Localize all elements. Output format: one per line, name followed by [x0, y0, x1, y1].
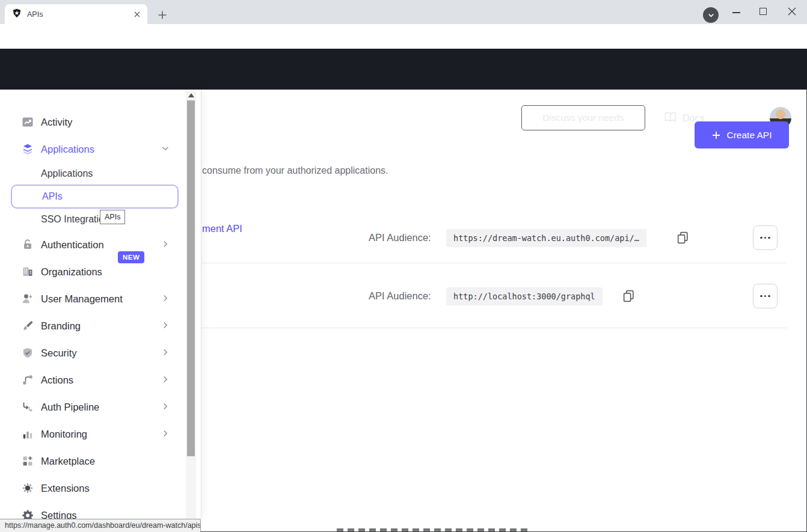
marketplace-blocks-icon — [22, 455, 34, 467]
sidebar-item-actions[interactable]: Actions — [0, 367, 186, 393]
plus-icon — [712, 131, 720, 139]
media-controls-button[interactable] — [703, 7, 719, 23]
row-actions-kebab-button[interactable] — [753, 225, 778, 250]
api-audience-value[interactable]: https://dream-watch.eu.auth0.com/api/… — [446, 229, 646, 247]
sidebar-item-applications-sub[interactable]: Applications — [0, 163, 186, 185]
auth0-favicon-icon — [12, 8, 22, 20]
sidebar-item-apis[interactable]: APIs — [11, 185, 179, 209]
copy-icon[interactable] — [622, 289, 636, 304]
browser-tab[interactable]: APIs — [5, 4, 147, 24]
browser-window: APIs manage.auth — [0, 0, 807, 532]
sidebar-item-monitoring[interactable]: Monitoring — [0, 421, 186, 447]
actions-flow-icon — [22, 374, 34, 386]
new-tab-button[interactable] — [157, 10, 168, 20]
sidebar-item-applications[interactable]: Applications — [0, 136, 186, 162]
tab-close-icon[interactable] — [132, 9, 143, 20]
app-header: dream-watch Discuss your needs Docs — [0, 49, 807, 90]
gear-icon — [22, 509, 34, 519]
lock-icon — [22, 239, 34, 251]
chevron-right-icon — [160, 320, 171, 333]
activity-icon — [22, 116, 34, 128]
row-divider — [200, 263, 787, 263]
sidebar-item-extensions[interactable]: Extensions — [0, 475, 186, 501]
discuss-your-needs-button[interactable]: Discuss your needs — [521, 105, 645, 130]
sidebar-item-marketplace[interactable]: Marketplace — [0, 448, 186, 474]
api-audience-label: API Audience: — [369, 232, 431, 243]
organizations-building-icon — [22, 266, 34, 278]
search-icon[interactable] — [490, 111, 503, 126]
sidebar-item-settings[interactable]: Settings — [0, 502, 186, 519]
clipped-text-fragment — [337, 528, 529, 531]
tab-title: APIs — [27, 10, 132, 19]
sidebar-item-organizations[interactable]: Organizations NEW — [0, 258, 186, 285]
chevron-right-icon — [160, 374, 171, 387]
chevron-right-icon — [160, 428, 171, 441]
chevron-right-icon — [160, 293, 171, 306]
sidebar-item-branding[interactable]: Branding — [0, 313, 186, 339]
pipeline-icon — [22, 401, 34, 413]
copy-icon[interactable] — [676, 231, 690, 245]
shield-check-icon — [22, 347, 34, 359]
page-description: consume from your authorized application… — [202, 165, 388, 176]
chevron-right-icon — [160, 239, 171, 252]
sidebar-scrollbar-thumb[interactable] — [187, 100, 195, 456]
row-divider — [200, 328, 787, 328]
navigation-sidebar: Activity Applications Applications APIs … — [0, 90, 201, 519]
window-maximize-button[interactable] — [759, 8, 767, 15]
book-icon — [664, 111, 677, 126]
new-badge: NEW — [118, 251, 144, 263]
chevron-down-icon — [160, 143, 171, 156]
sidebar-item-auth-pipeline[interactable]: Auth Pipeline — [0, 394, 186, 420]
chevron-right-icon — [160, 347, 171, 360]
sidebar-item-authentication[interactable]: Authentication — [0, 231, 186, 258]
window-close-button[interactable] — [788, 7, 796, 16]
sidebar-item-activity[interactable]: Activity — [0, 109, 186, 135]
browser-toolbar: manage.auth0.com/dashboard/eu/dream-watc… — [0, 24, 807, 49]
chevron-right-icon — [160, 401, 171, 414]
create-api-button[interactable]: Create API — [695, 121, 789, 148]
sidebar-item-sso-integrations[interactable]: SSO Integrations — [0, 209, 186, 230]
browser-titlebar: APIs — [0, 0, 807, 24]
sidebar-item-user-management[interactable]: User Management — [0, 286, 186, 312]
window-minimize-button[interactable] — [732, 12, 740, 13]
scrollbar-up-arrow[interactable] — [188, 93, 194, 97]
native-tooltip: APIs — [100, 210, 125, 224]
user-management-icon — [22, 293, 34, 305]
api-audience-value[interactable]: http://localhost:3000/graphql — [446, 287, 603, 305]
applications-layers-icon — [22, 143, 34, 155]
api-audience-label: API Audience: — [369, 290, 431, 302]
bar-chart-icon — [22, 428, 34, 440]
api-name-link[interactable]: ment API — [202, 223, 242, 234]
paintbrush-icon — [22, 320, 34, 332]
extensions-cog-icon — [22, 482, 34, 494]
sidebar-item-security[interactable]: Security — [0, 340, 186, 366]
row-actions-kebab-button[interactable] — [753, 284, 778, 308]
status-bar-link-preview: https://manage.auth0.com/dashboard/eu/dr… — [0, 519, 201, 532]
